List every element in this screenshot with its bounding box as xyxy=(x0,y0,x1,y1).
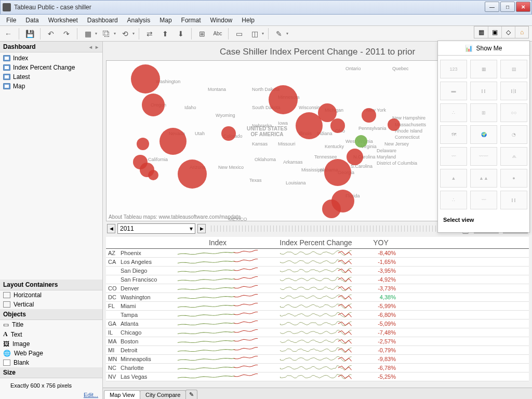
chart-type-0[interactable]: 123 xyxy=(440,60,467,78)
year-next-button[interactable]: ▶ xyxy=(197,224,206,233)
chart-type-12[interactable]: 〰 xyxy=(440,147,467,166)
table-row[interactable]: NV Las Vegas -5,25% xyxy=(106,373,529,381)
table-row[interactable]: DC Washington 4,38% xyxy=(106,293,529,302)
fit-icon[interactable]: ◫ xyxy=(248,28,261,40)
map-bubble[interactable] xyxy=(362,108,376,123)
group-icon[interactable]: ⊞ xyxy=(196,28,208,40)
sort-asc-icon[interactable]: ⬆ xyxy=(159,28,171,40)
save-icon[interactable]: 💾 xyxy=(23,28,36,40)
table-row[interactable]: FL Miami -5,99% xyxy=(106,302,529,311)
chart-type-13[interactable]: 〰〰 xyxy=(470,147,497,166)
obj-webpage[interactable]: 🌐Web Page xyxy=(0,349,102,358)
maximize-button[interactable]: □ xyxy=(500,2,515,12)
table-row[interactable]: MA Boston -2,57% xyxy=(106,337,529,346)
layout-vertical[interactable]: Vertical xyxy=(0,300,102,309)
highlight-icon[interactable]: ✎ xyxy=(273,28,285,40)
presentation-icon[interactable]: ▭ xyxy=(233,28,245,40)
size-edit-link[interactable]: Edit... xyxy=(0,391,102,399)
table-row[interactable]: San Diego -3,95% xyxy=(106,267,529,275)
chart-type-14[interactable]: ⩕ xyxy=(500,147,527,166)
undo-icon[interactable]: ↶ xyxy=(45,28,57,40)
table-row[interactable]: IL Chicago -7,48% xyxy=(106,328,529,337)
map-bubble[interactable] xyxy=(178,159,207,189)
layout-horizontal[interactable]: Horizontal xyxy=(0,290,102,300)
chart-type-17[interactable]: ● xyxy=(500,169,527,188)
table-row[interactable]: GA Atlanta -5,09% xyxy=(106,320,529,328)
chart-type-2[interactable]: ▤ xyxy=(500,60,527,78)
showme-header[interactable]: 📊 Show Me xyxy=(438,41,529,56)
chart-type-19[interactable]: 〰 xyxy=(470,191,497,209)
table-row[interactable]: San Francisco -4,92% xyxy=(106,275,529,284)
tab-city-compare[interactable]: City Compare xyxy=(140,390,186,399)
chart-type-18[interactable]: ∴ xyxy=(440,191,467,209)
map-bubble[interactable] xyxy=(269,85,298,114)
view-btn-2[interactable]: ▣ xyxy=(488,26,501,38)
obj-blank[interactable]: Blank xyxy=(0,358,102,367)
map-bubble[interactable] xyxy=(131,64,160,94)
menu-data[interactable]: Data xyxy=(21,16,43,25)
table-row[interactable]: AZ Phoenix -8,40% xyxy=(106,249,529,258)
chart-type-15[interactable]: ▲ xyxy=(440,169,467,188)
map-bubble[interactable] xyxy=(355,135,367,148)
menu-dashboard[interactable]: Dashboard xyxy=(83,16,122,25)
menu-worksheet[interactable]: Worksheet xyxy=(44,16,82,25)
chart-type-1[interactable]: ▦ xyxy=(470,60,497,78)
chart-type-9[interactable]: 🗺 xyxy=(440,125,467,144)
sheet-index[interactable]: Index xyxy=(0,54,102,63)
chart-type-3[interactable]: ▬ xyxy=(440,82,467,100)
view-btn-4[interactable]: ⌂ xyxy=(515,26,528,38)
minimize-button[interactable]: — xyxy=(485,2,499,12)
table-row[interactable]: Tampa -6,80% xyxy=(106,311,529,320)
sheet-map[interactable]: Map xyxy=(0,82,102,91)
map-bubble[interactable] xyxy=(221,126,236,141)
new-sheet-icon[interactable]: ▦ xyxy=(82,28,94,40)
table-row[interactable]: CA Los Angeles -1,65% xyxy=(106,258,529,267)
obj-text[interactable]: AText xyxy=(0,329,102,339)
chart-type-8[interactable]: ○○ xyxy=(500,103,527,122)
map-bubble[interactable] xyxy=(148,170,158,180)
chart-type-5[interactable]: ⫿|⫿ xyxy=(500,82,527,100)
chart-type-16[interactable]: ▲▲ xyxy=(470,169,497,188)
back-icon[interactable]: ← xyxy=(2,28,15,40)
menu-file[interactable]: File xyxy=(2,16,20,25)
map-bubble[interactable] xyxy=(324,159,351,186)
year-slider[interactable] xyxy=(211,225,469,232)
tab-map-view[interactable]: Map View xyxy=(104,390,140,399)
menu-map[interactable]: Map xyxy=(155,16,176,25)
view-btn-1[interactable]: ▦ xyxy=(474,26,488,38)
map-bubble[interactable] xyxy=(388,118,400,131)
menu-analysis[interactable]: Analysis xyxy=(123,16,155,25)
tab-new[interactable]: ✎ xyxy=(185,390,197,399)
table-row[interactable]: MN Minneapolis -9,83% xyxy=(106,355,529,364)
map-bubble[interactable] xyxy=(159,128,187,155)
map-bubble[interactable] xyxy=(330,118,345,133)
map-bubble[interactable] xyxy=(322,200,341,218)
duplicate-icon[interactable]: ⿻ xyxy=(100,28,113,40)
table-row[interactable]: MI Detroit -0,79% xyxy=(106,346,529,355)
chart-type-4[interactable]: ⫿⫿ xyxy=(470,82,497,100)
menu-format[interactable]: Format xyxy=(177,16,205,25)
map-bubble[interactable] xyxy=(142,94,165,116)
table-row[interactable]: CO Denver -3,73% xyxy=(106,284,529,293)
year-prev-button[interactable]: ◀ xyxy=(107,224,115,233)
collapse-icon[interactable]: ◂ ▸ xyxy=(89,44,99,50)
clear-icon[interactable]: ⟲ xyxy=(119,28,131,40)
view-btn-3[interactable]: ◇ xyxy=(501,26,515,38)
sort-desc-icon[interactable]: ⬇ xyxy=(175,28,187,40)
map-bubble[interactable] xyxy=(347,149,363,165)
chart-type-11[interactable]: ◔ xyxy=(500,125,527,144)
menu-help[interactable]: Help xyxy=(237,16,259,25)
chart-type-7[interactable]: ⊞ xyxy=(470,103,497,122)
redo-icon[interactable]: ↷ xyxy=(60,28,73,40)
swap-icon[interactable]: ⇄ xyxy=(143,28,156,40)
chart-type-20[interactable]: ⫿⫿ xyxy=(500,191,527,209)
sheet-ipc[interactable]: Index Percent Change xyxy=(0,63,102,72)
obj-title[interactable]: ▭Title xyxy=(0,320,102,329)
chart-type-6[interactable]: ∴ xyxy=(440,103,467,122)
obj-image[interactable]: 🖼Image xyxy=(0,339,102,349)
close-button[interactable]: ✕ xyxy=(516,2,530,12)
year-select[interactable]: 2011▾ xyxy=(117,223,195,234)
label-icon[interactable]: Abc xyxy=(211,28,224,40)
map-bubble[interactable] xyxy=(137,138,149,150)
sheet-latest[interactable]: Latest xyxy=(0,72,102,82)
